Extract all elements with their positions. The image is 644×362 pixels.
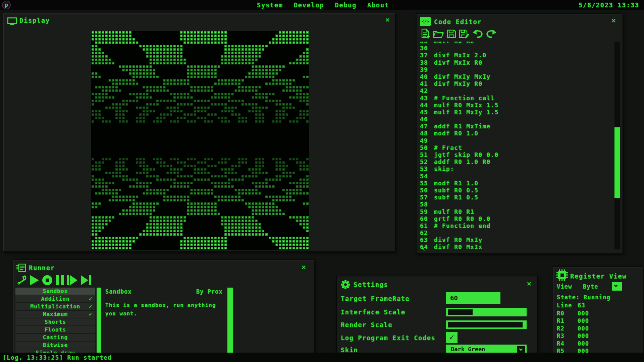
code-line[interactable]: 39 bbox=[420, 66, 611, 73]
menu-develop[interactable]: Develop bbox=[294, 1, 324, 9]
code-line[interactable]: 36 bbox=[420, 45, 611, 52]
redo-icon[interactable] bbox=[485, 28, 497, 40]
program-detail-title: Sandbox bbox=[105, 288, 132, 295]
display-canvas bbox=[91, 31, 309, 250]
program-list-item-casting[interactable]: Casting bbox=[15, 334, 95, 341]
render-scale-slider[interactable] bbox=[446, 320, 527, 329]
code-line[interactable]: 44mulf R0 MxIx 1.5 bbox=[420, 102, 611, 109]
save-icon[interactable] bbox=[446, 28, 457, 40]
register-rows: R0000R1000R2000R3000R4000R5000 bbox=[553, 310, 643, 355]
code-line[interactable]: 52addf R0 1.0 R0 bbox=[420, 158, 611, 165]
program-list-item-bitwise[interactable]: Bitwise bbox=[15, 342, 95, 349]
code-line[interactable]: 42 bbox=[420, 87, 611, 94]
code-line[interactable]: 37divf MxIx 2.0 bbox=[420, 52, 611, 59]
program-list-item-maximum[interactable]: Maximum✓ bbox=[15, 311, 95, 318]
program-list-item-shorts[interactable]: Shorts bbox=[15, 318, 95, 325]
chevron-down-icon bbox=[519, 347, 523, 351]
code-line[interactable]: 48modf R0 1.0 bbox=[420, 130, 611, 137]
code-line[interactable]: 35mulf R0 R2 bbox=[420, 42, 611, 45]
code-line[interactable]: 50# Fract bbox=[420, 144, 611, 151]
code-line[interactable]: 51jgtf skip R0 0.0 bbox=[420, 151, 611, 158]
code-editor-title: Code Editor bbox=[434, 18, 482, 25]
skip-to-end-button[interactable] bbox=[81, 275, 91, 285]
runner-window: Runner ✕ SandboxAddition✓Multiplication✓… bbox=[13, 259, 315, 360]
code-line[interactable]: 43# Function call bbox=[420, 95, 611, 102]
program-list-item-addition[interactable]: Addition✓ bbox=[15, 295, 95, 302]
resize-handle-icon[interactable]: \ bbox=[421, 244, 425, 251]
code-line[interactable]: 62 bbox=[420, 229, 611, 236]
step-forward-button[interactable] bbox=[67, 275, 77, 285]
code-line[interactable]: 53skip: bbox=[420, 165, 611, 172]
program-detail-description: This is a sandbox, run anything you want… bbox=[105, 301, 223, 318]
framerate-input[interactable]: 60 bbox=[446, 292, 500, 304]
status-log-text: [Log, 13:33:25] Run started bbox=[3, 354, 112, 361]
wrench-icon[interactable] bbox=[17, 274, 27, 286]
code-line[interactable]: 56subf R0 0.5 bbox=[420, 187, 611, 194]
code-line[interactable]: 54 bbox=[420, 173, 611, 180]
play-button[interactable] bbox=[30, 275, 39, 285]
interface-scale-slider[interactable] bbox=[446, 308, 527, 316]
interface-scale-fill bbox=[448, 309, 473, 315]
code-editor-window: </> Code Editor ✕ bbox=[416, 13, 623, 254]
menu-system[interactable]: System bbox=[257, 1, 283, 9]
pause-button[interactable] bbox=[56, 275, 64, 285]
view-dropdown-button[interactable] bbox=[612, 282, 622, 291]
program-list-item-multiplication[interactable]: Multiplication✓ bbox=[15, 303, 95, 310]
program-list: SandboxAddition✓Multiplication✓Maximum✓S… bbox=[15, 288, 95, 357]
code-lines: 35mulf R0 R23637divf MxIx 2.038divf MxIx… bbox=[420, 42, 611, 250]
code-line[interactable]: 49 bbox=[420, 137, 611, 144]
code-scrollbar-track[interactable] bbox=[614, 42, 620, 249]
log-exit-codes-checkbox[interactable]: ✓ bbox=[446, 332, 458, 343]
code-line[interactable]: 55modf R1 1.0 bbox=[420, 180, 611, 187]
code-line[interactable]: 38divf MxIx R0 bbox=[420, 59, 611, 66]
save-as-icon[interactable] bbox=[459, 28, 470, 40]
app-logo-icon[interactable]: p bbox=[2, 1, 11, 9]
register-row-r3: R3000 bbox=[553, 333, 643, 340]
code-line[interactable]: 63divf R0 MxIy bbox=[420, 236, 611, 243]
new-file-icon[interactable] bbox=[420, 28, 431, 40]
code-line[interactable]: 47addf R1 MxTime bbox=[420, 123, 611, 130]
log-exit-codes-label: Log Program Exit Codes bbox=[341, 334, 435, 342]
cpu-chip-icon bbox=[555, 268, 569, 283]
code-line[interactable]: 64divf R0 MxIx bbox=[420, 243, 611, 250]
code-line[interactable]: 61# Function end bbox=[420, 222, 611, 229]
stop-button[interactable] bbox=[42, 275, 52, 285]
menu-about[interactable]: About bbox=[367, 1, 389, 9]
skin-value: Dark Green bbox=[451, 346, 485, 353]
chevron-down-icon bbox=[614, 283, 618, 287]
undo-icon[interactable] bbox=[472, 28, 484, 40]
program-list-item-floats[interactable]: Floats bbox=[15, 326, 95, 333]
check-icon: ✓ bbox=[89, 311, 93, 318]
code-line[interactable]: 60grtf R0 R0 0.0 bbox=[420, 215, 611, 222]
line-label: Line bbox=[557, 302, 572, 309]
program-list-scrollbar[interactable] bbox=[97, 288, 101, 353]
code-line[interactable]: 45mulf R1 MxIy 1.5 bbox=[420, 109, 611, 116]
code-line[interactable]: 59mulf R0 R1 bbox=[420, 208, 611, 215]
program-list-item-sandbox[interactable]: Sandbox bbox=[15, 288, 95, 295]
register-row-r2: R2000 bbox=[553, 325, 643, 333]
code-editor-text[interactable]: 35mulf R0 R23637divf MxIx 2.038divf MxIx… bbox=[420, 42, 611, 250]
gear-icon bbox=[340, 279, 351, 291]
skin-dropdown-button[interactable] bbox=[517, 346, 525, 353]
menu-debug[interactable]: Debug bbox=[335, 1, 357, 9]
code-line[interactable]: 41divf MxIy R0 bbox=[420, 80, 611, 87]
code-line[interactable]: 40divf MxIy MxIy bbox=[420, 73, 611, 80]
settings-close-button[interactable]: ✕ bbox=[527, 280, 531, 287]
menubar: p SystemDevelopDebugAbout 5/8/2023 13:33 bbox=[0, 0, 644, 10]
program-detail-scrollbar[interactable] bbox=[227, 288, 233, 353]
clock: 5/8/2023 13:33 bbox=[579, 0, 639, 10]
display-close-button[interactable]: ✕ bbox=[385, 16, 390, 23]
runner-close-button[interactable]: ✕ bbox=[302, 263, 306, 271]
settings-window: Settings ✕ Target FrameRate 60 Interface… bbox=[336, 276, 538, 355]
code-scrollbar-thumb[interactable] bbox=[614, 127, 620, 198]
code-editor-close-button[interactable]: ✕ bbox=[611, 17, 616, 24]
register-view-window: Register View View Byte State: Running L… bbox=[553, 266, 643, 354]
render-scale-label: Render Scale bbox=[341, 321, 392, 328]
code-line[interactable]: 46 bbox=[420, 116, 611, 123]
menu-items: SystemDevelopDebugAbout bbox=[257, 0, 389, 10]
code-line[interactable]: 58 bbox=[420, 201, 611, 208]
code-editor-toolbar bbox=[420, 28, 497, 40]
display-title: Display bbox=[19, 17, 50, 24]
open-folder-icon[interactable] bbox=[432, 28, 444, 40]
code-line[interactable]: 57subf R1 0.5 bbox=[420, 194, 611, 201]
